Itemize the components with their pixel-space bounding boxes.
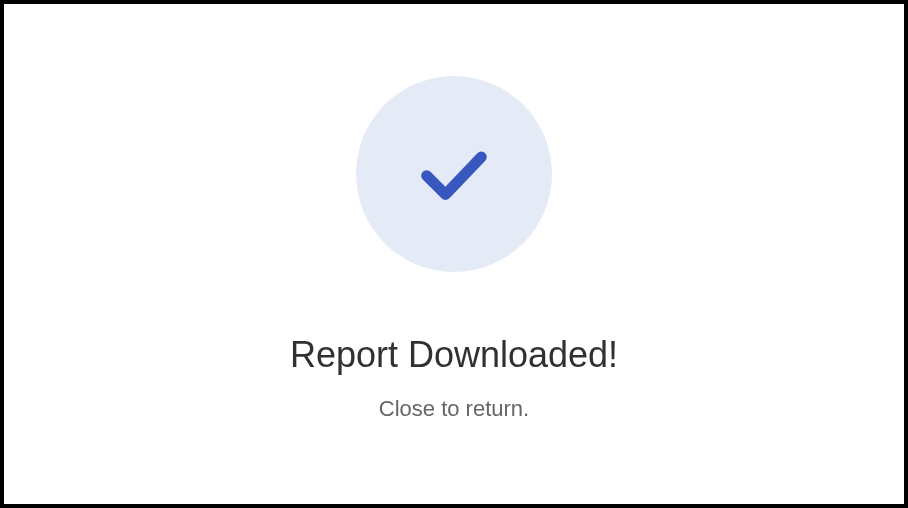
confirmation-subtitle: Close to return. [379,396,529,422]
checkmark-icon [413,133,495,215]
confirmation-dialog: Report Downloaded! Close to return. [290,76,618,432]
confirmation-title: Report Downloaded! [290,334,618,376]
checkmark-circle [356,76,552,272]
